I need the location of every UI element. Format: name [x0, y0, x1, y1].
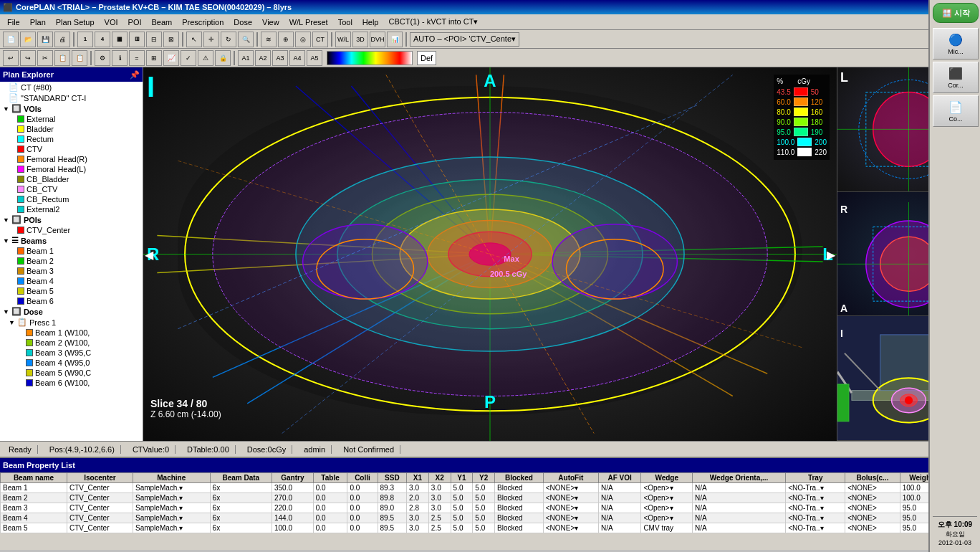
tb-view1[interactable]: 1	[77, 32, 93, 47]
table-cell[interactable]: <NONE>▾	[543, 483, 598, 493]
menu-dose[interactable]: Dose	[229, 16, 256, 28]
nav-right-arrow[interactable]: ▶	[827, 247, 835, 261]
tb-contour[interactable]: ◎	[295, 32, 311, 47]
table-cell[interactable]: <Open>▾	[641, 503, 693, 513]
tb-3d[interactable]: 3D	[352, 32, 368, 47]
list-item[interactable]: Beam 5	[0, 286, 143, 296]
beam-table-container[interactable]: Beam name Isocenter Machine Beam Data Ga…	[0, 472, 980, 550]
table-row[interactable]: Beam 1CTV_CenterSampleMach.▾6x350.00.00.…	[1, 483, 980, 493]
col-autofit[interactable]: AutoFit	[543, 473, 598, 483]
tb-view6[interactable]: ⊠	[163, 32, 179, 47]
tb-view2[interactable]: 4	[95, 32, 110, 47]
list-item[interactable]: 📄 "STANDARD" CT-I	[0, 92, 143, 103]
table-cell[interactable]: CTV_Center	[67, 513, 133, 523]
table-cell[interactable]: SampleMach.▾	[133, 483, 210, 493]
table-cell[interactable]: CMV tray	[641, 523, 693, 533]
menu-cbct[interactable]: CBCT(1) - kVCT into CT▾	[384, 16, 482, 28]
col-tray[interactable]: Tray	[786, 473, 845, 483]
list-item[interactable]: Beam 6	[0, 296, 143, 306]
table-cell[interactable]: <NONE>▾	[543, 503, 598, 513]
list-item[interactable]: CTV	[0, 144, 143, 154]
list-item[interactable]: Beam 6 (W100,	[0, 378, 143, 388]
col-beam-name[interactable]: Beam name	[1, 473, 67, 483]
col-x2[interactable]: X2	[428, 473, 451, 483]
list-item[interactable]: CB_Bladder	[0, 174, 143, 184]
tb-beam[interactable]: ⊕	[278, 32, 294, 47]
menu-prescription[interactable]: Prescription	[178, 16, 228, 28]
tb-zoom[interactable]: 🔍	[238, 32, 254, 47]
menu-poi[interactable]: POI	[124, 16, 146, 28]
table-cell[interactable]: Beam 4	[1, 513, 67, 523]
table-cell[interactable]: SampleMach.▾	[133, 503, 210, 513]
tb2-graph[interactable]: 📈	[163, 50, 179, 66]
tb2-undo[interactable]: ↩	[3, 50, 19, 66]
menu-view[interactable]: View	[258, 16, 284, 28]
taskbar-app-co[interactable]: 📄 Co...	[933, 95, 979, 127]
table-cell[interactable]: <Open>▾	[641, 493, 693, 503]
tb2-a5[interactable]: A5	[307, 50, 322, 66]
tb-report[interactable]: 📊	[387, 32, 403, 47]
tb2-a4[interactable]: A4	[289, 50, 305, 66]
table-cell[interactable]: Beam 2	[1, 493, 67, 503]
table-row[interactable]: Beam 2CTV_CenterSampleMach.▾6x270.00.00.…	[1, 493, 980, 503]
col-gantry[interactable]: Gantry	[272, 473, 313, 483]
list-item[interactable]: Beam 3	[0, 266, 143, 276]
table-cell[interactable]: Beam 1	[1, 483, 67, 493]
table-cell[interactable]: <NONE>▾	[543, 523, 598, 533]
col-beam-data[interactable]: Beam Data	[210, 473, 272, 483]
col-y2[interactable]: Y2	[473, 473, 495, 483]
tb2-copy[interactable]: 📋	[54, 50, 70, 66]
list-item[interactable]: Beam 2 (W100,	[0, 338, 143, 348]
dose-section[interactable]: ▼ 🔲 Dose	[0, 306, 143, 317]
table-cell[interactable]: <NO-Tra..▾	[786, 493, 845, 503]
table-cell[interactable]: Beam 5	[1, 523, 67, 533]
table-row[interactable]: Beam 3CTV_CenterSampleMach.▾6x220.00.00.…	[1, 503, 980, 513]
table-cell[interactable]: CTV_Center	[67, 523, 133, 533]
tb2-paste[interactable]: 📋	[72, 50, 87, 66]
menu-tool[interactable]: Tool	[334, 16, 357, 28]
col-colli[interactable]: Colli	[347, 473, 378, 483]
tb-view5[interactable]: ⊟	[146, 32, 162, 47]
central-viewport[interactable]: Max 200.5 cGy % cGy 43.5 50	[143, 67, 837, 441]
table-cell[interactable]: Beam 3	[1, 503, 67, 513]
tb-rotate[interactable]: ↻	[221, 32, 236, 47]
table-cell[interactable]: CTV_Center	[67, 483, 133, 493]
table-cell[interactable]: <NO-Tra..▾	[786, 503, 845, 513]
tb-view4[interactable]: ⊞	[129, 32, 145, 47]
col-ssd[interactable]: SSD	[378, 473, 407, 483]
tb-ct[interactable]: CT	[312, 32, 328, 47]
list-item[interactable]: Beam 3 (W95,C	[0, 348, 143, 358]
tb-view3[interactable]: ▦	[112, 32, 128, 47]
tb-move[interactable]: ✛	[203, 32, 219, 47]
expand-icon[interactable]: ▼	[3, 308, 9, 315]
table-cell[interactable]: CTV_Center	[67, 503, 133, 513]
list-item[interactable]: Femoral Head(R)	[0, 154, 143, 164]
list-item[interactable]: External	[0, 114, 143, 124]
table-row[interactable]: Beam 5CTV_CenterSampleMach.▾6x100.00.00.…	[1, 523, 980, 533]
list-item[interactable]: Beam 5 (W90,C	[0, 368, 143, 378]
voi-section[interactable]: ▼ 🔲 VOIs	[0, 103, 143, 114]
tb2-check[interactable]: ✓	[181, 50, 196, 66]
tb2-redo[interactable]: ↪	[20, 50, 36, 66]
tb2-a1[interactable]: A1	[238, 50, 254, 66]
table-cell[interactable]: <Open>▾	[641, 513, 693, 523]
col-isocenter[interactable]: Isocenter	[67, 473, 133, 483]
menu-plan-setup[interactable]: Plan Setup	[52, 16, 99, 28]
tb-isodose[interactable]: ≋	[261, 32, 277, 47]
col-machine[interactable]: Machine	[133, 473, 210, 483]
table-cell[interactable]: CTV_Center	[67, 493, 133, 503]
list-item[interactable]: 📄 CT (#80)	[0, 82, 143, 92]
table-cell[interactable]: <NO-Tra..▾	[786, 523, 845, 533]
list-item[interactable]: Beam 4 (W95,0	[0, 358, 143, 368]
list-item[interactable]: Beam 1 (W100,	[0, 328, 143, 338]
tb2-warn[interactable]: ⚠	[198, 50, 213, 66]
col-x1[interactable]: X1	[407, 473, 429, 483]
tb-open[interactable]: 📂	[20, 32, 36, 47]
auto-dropdown[interactable]: AUTO – <POI> 'CTV_Cente▾	[410, 32, 519, 47]
table-cell[interactable]: SampleMach.▾	[133, 523, 210, 533]
tb-wl[interactable]: W/L	[335, 32, 351, 47]
table-row[interactable]: Beam 4CTV_CenterSampleMach.▾6x144.00.00.…	[1, 513, 980, 523]
menu-file[interactable]: File	[3, 16, 24, 28]
col-y1[interactable]: Y1	[451, 473, 473, 483]
col-wedge[interactable]: Wedge	[641, 473, 693, 483]
